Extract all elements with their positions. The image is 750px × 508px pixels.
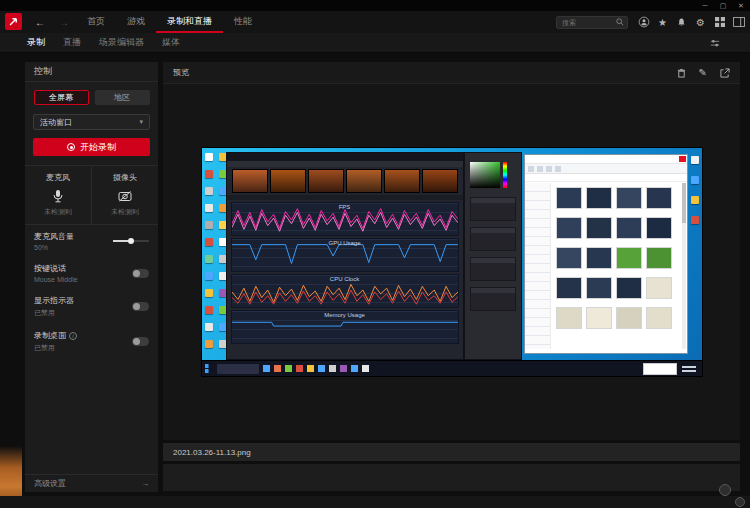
notifications-bell-icon[interactable] [674, 15, 689, 30]
maximize-button[interactable]: ▢ [714, 0, 732, 11]
radeon-logo-icon[interactable] [5, 13, 22, 30]
push-to-talk-row: 按键说话 Mouse Middle [25, 257, 158, 289]
window-toolbar [227, 195, 463, 200]
screenshot-file-explorer [524, 154, 688, 354]
start-recording-label: 开始录制 [80, 141, 116, 154]
sidebar-layout-icon[interactable] [731, 15, 746, 30]
nav-forward-button[interactable]: → [52, 11, 76, 33]
record-desktop-state: 已禁用 [34, 343, 77, 353]
explorer-scrollbar [682, 183, 686, 349]
file-thumbnail [616, 247, 642, 269]
radeon-software-window: ─ ▢ ✕ ← → 首页 游戏 录制和直播 性能 ★ ⚙ [0, 0, 750, 508]
desktop-shortcut-icon [205, 255, 213, 263]
panel-settings-icon[interactable] [710, 38, 720, 48]
tool-subpanel [470, 197, 516, 221]
explorer-titlebar [525, 155, 687, 164]
record-desktop-label: 录制桌面 [34, 330, 66, 341]
indicator-toggle[interactable] [132, 302, 149, 311]
desktop-icon [735, 497, 745, 507]
file-thumbnail [556, 187, 582, 209]
file-thumbnail [616, 217, 642, 239]
chevron-down-icon: ▾ [139, 118, 143, 126]
capture-thumbnail [384, 169, 420, 193]
preview-viewport: FPSGPU UsageCPU ClockMemory Usage [163, 84, 740, 440]
control-panel: 控制 全屏幕 地区 活动窗口 ▾ 开始录制 麦克风 未检测到 摄像头 [25, 62, 158, 492]
desktop-icon [719, 484, 731, 496]
push-to-talk-toggle[interactable] [132, 269, 149, 278]
info-icon[interactable]: i [69, 332, 77, 340]
capture-thumbnail [346, 169, 382, 193]
edit-pencil-icon[interactable]: ✎ [699, 67, 707, 78]
file-thumbnail [616, 277, 642, 299]
minimize-button[interactable]: ─ [696, 0, 714, 11]
delete-trash-icon[interactable] [677, 68, 686, 78]
capture-window-select[interactable]: 活动窗口 ▾ [33, 114, 150, 130]
desktop-shortcut-icon [205, 306, 213, 314]
graph-label: GPU Usage [232, 240, 458, 246]
mode-region-button[interactable]: 地区 [95, 90, 150, 105]
taskbar-tooltip [643, 363, 677, 375]
close-button[interactable]: ✕ [732, 0, 750, 11]
desktop-shortcut-icon [205, 340, 213, 348]
nav-item-performance[interactable]: 性能 [223, 11, 263, 33]
advanced-settings-label: 高级设置 [34, 478, 66, 489]
window-titlebar [227, 153, 463, 161]
taskbar-app-icon [351, 365, 358, 372]
nav-back-button[interactable]: ← [28, 11, 52, 33]
microphone-status-text: 未检测到 [44, 207, 72, 217]
screenshot-right-desktop-icons [691, 156, 699, 224]
slider-knob[interactable] [128, 238, 134, 244]
tab-stream[interactable]: 直播 [54, 36, 90, 49]
graph-strip: FPS [231, 202, 459, 236]
settings-gear-icon[interactable]: ⚙ [693, 15, 708, 30]
graph-strip: GPU Usage [231, 238, 459, 272]
tab-record[interactable]: 录制 [18, 36, 54, 49]
capture-thumbnail [232, 169, 268, 193]
desktop-shortcut-icon [205, 238, 213, 246]
file-thumbnail [646, 277, 672, 299]
advanced-settings-row[interactable]: 高级设置 → [25, 474, 158, 492]
camera-label: 摄像头 [113, 172, 137, 183]
file-thumbnail [586, 277, 612, 299]
account-icon[interactable] [636, 15, 651, 30]
start-button-icon [205, 364, 214, 373]
file-thumbnail [556, 247, 582, 269]
mode-fullscreen-button[interactable]: 全屏幕 [34, 90, 89, 105]
color-picker [470, 162, 500, 188]
search-box[interactable] [556, 16, 628, 29]
preview-panel: 预览 ✎ FPSGPU [163, 62, 740, 440]
mic-volume-slider[interactable] [113, 240, 149, 242]
subtab-bar: 录制 直播 场景编辑器 媒体 [0, 33, 750, 53]
arrow-right-icon: → [141, 479, 149, 488]
camera-status-text: 未检测到 [111, 207, 139, 217]
tool-subpanel [470, 227, 516, 251]
taskbar-app-icon [274, 365, 281, 372]
desktop-shortcut-icon [691, 176, 699, 184]
mic-volume-label: 麦克风音量 [34, 231, 74, 242]
nav-item-home[interactable]: 首页 [76, 11, 116, 33]
search-input[interactable] [560, 18, 616, 27]
desktop-shortcut-icon [691, 156, 699, 164]
nav-item-record-stream[interactable]: 录制和直播 [156, 11, 223, 33]
record-desktop-toggle[interactable] [132, 337, 149, 346]
hue-bar [503, 162, 507, 188]
desktop-shortcut-icon [205, 289, 213, 297]
nav-item-gaming[interactable]: 游戏 [116, 11, 156, 33]
taskbar-search-box [217, 364, 259, 374]
start-recording-button[interactable]: 开始录制 [33, 138, 150, 156]
favorites-star-icon[interactable]: ★ [655, 15, 670, 30]
graph-label: CPU Clock [232, 276, 458, 282]
taskbar-app-icon [307, 365, 314, 372]
desktop-shortcut-icon [205, 221, 213, 229]
apps-grid-icon[interactable] [712, 15, 727, 30]
push-to-talk-binding: Mouse Middle [34, 276, 78, 283]
share-icon[interactable] [720, 68, 730, 78]
file-thumbnail [586, 187, 612, 209]
file-thumbnail [616, 307, 642, 329]
desktop-background-strip [0, 496, 750, 508]
tab-media[interactable]: 媒体 [153, 36, 189, 49]
graph-label: FPS [232, 204, 458, 210]
tab-scene-editor[interactable]: 场景编辑器 [90, 36, 153, 49]
camera-off-icon [118, 188, 132, 203]
graph-strip: Memory Usage [231, 310, 459, 344]
